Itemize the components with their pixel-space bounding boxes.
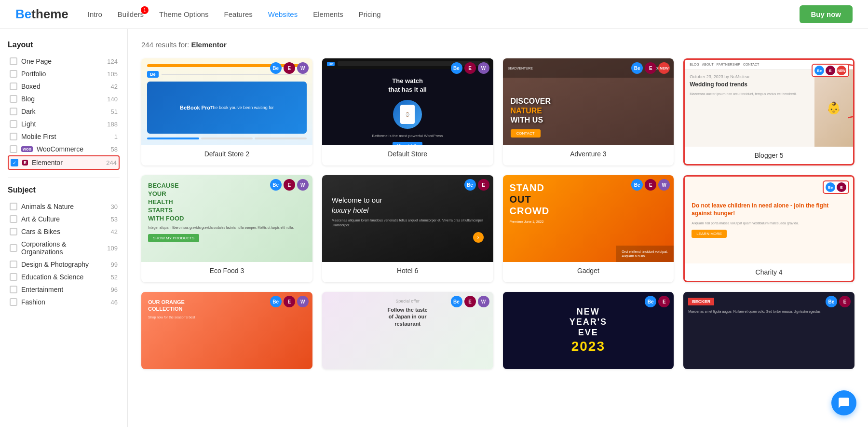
card-title-gadget: Gadget xyxy=(503,262,674,279)
badge-elementor-adventure: E xyxy=(645,62,656,74)
card-title-default-store: Default Store xyxy=(322,145,493,163)
badge-be-blogger5: Be xyxy=(814,66,824,75)
checkbox-blog[interactable] xyxy=(10,95,17,103)
filter-woocommerce[interactable]: woo WooCommerce 58 xyxy=(8,143,120,155)
chat-bubble-button[interactable] xyxy=(831,390,856,415)
card-badges-hotel-6: Be E xyxy=(464,179,489,191)
checkbox-animals-nature[interactable] xyxy=(10,203,17,210)
checkbox-corporations-organizations[interactable] xyxy=(10,244,17,252)
filter-count-mobile-first: 1 xyxy=(114,133,118,140)
checkbox-mobile-first[interactable] xyxy=(10,133,17,140)
results-query: Elementor xyxy=(191,41,226,49)
checkbox-elementor[interactable]: ✓ xyxy=(11,159,18,166)
badge-woo-store: W xyxy=(478,62,489,74)
checkbox-design-photography[interactable] xyxy=(10,261,17,268)
logo-be: Be xyxy=(15,7,31,22)
badge-elementor-row3a: E xyxy=(284,296,295,307)
checkbox-entertainment[interactable] xyxy=(10,286,17,293)
main-content: 244 results for: Elementor Be E W xyxy=(128,29,868,427)
filter-label-light: Light xyxy=(21,120,36,128)
nav-features[interactable]: Features xyxy=(224,10,253,18)
filter-count-education-science: 52 xyxy=(111,274,118,281)
card-title-hotel-6: Hotel 6 xyxy=(322,262,493,279)
badge-be-gadget: Be xyxy=(631,179,643,191)
card-badges-eco-food-3: Be E W xyxy=(270,179,309,191)
nav-websites[interactable]: Websites xyxy=(268,10,298,18)
filter-count-boxed: 42 xyxy=(111,83,118,90)
filter-elementor[interactable]: ✓ E Elementor 244 xyxy=(8,155,120,170)
filter-count-blog: 140 xyxy=(107,96,118,103)
badge-elementor-row3d: E xyxy=(839,296,851,307)
filter-cars-bikes[interactable]: Cars & Bikes 42 xyxy=(8,225,120,238)
card-charity-4[interactable]: Be E Do not leave children in need alone… xyxy=(683,175,854,282)
card-title-eco-food-3: Eco Food 3 xyxy=(141,262,312,279)
checkbox-art-culture[interactable] xyxy=(10,215,17,223)
filter-label-blog: Blog xyxy=(21,95,35,103)
card-eco-food-3[interactable]: Be E W BECAUSEYOURHEALTHSTARTSWITH FOOD … xyxy=(141,175,312,282)
checkbox-portfolio[interactable] xyxy=(10,70,17,78)
card-default-store[interactable]: Be E W Be The watchthat has it all xyxy=(322,58,493,165)
buy-now-button[interactable]: Buy now xyxy=(800,5,853,23)
blogger5-badge-box: Be E NEW xyxy=(812,64,849,77)
card-badges-row3b: Be E W xyxy=(451,296,489,307)
filter-blog[interactable]: Blog 140 xyxy=(8,93,120,105)
filter-label-elementor: Elementor xyxy=(32,159,63,166)
card-hotel-6[interactable]: Be E Welcome to ourluxury hotel Maecenas… xyxy=(322,175,493,282)
filter-count-corporations-organizations: 109 xyxy=(107,245,118,252)
logo[interactable]: Betheme xyxy=(15,7,68,22)
checkbox-light[interactable] xyxy=(10,120,17,128)
badge-new-blogger5: NEW xyxy=(837,66,846,75)
card-gadget[interactable]: Be E W Standoutcrowd Premiere June 1, 20… xyxy=(503,175,674,282)
filter-fashion[interactable]: Fashion 46 xyxy=(8,296,120,308)
card-blogger-5[interactable]: Be E NEW BLOGABOUTPARTNERSHIPCONTACT Oct… xyxy=(683,58,854,165)
filter-art-culture[interactable]: Art & Culture 53 xyxy=(8,213,120,225)
filter-count-one-page: 124 xyxy=(107,58,118,65)
card-grid-row1: Be E W Be BeBook ProThe book you've been… xyxy=(141,58,854,165)
checkbox-woocommerce[interactable] xyxy=(10,145,17,153)
filter-count-cars-bikes: 42 xyxy=(111,228,118,235)
card-grid-row2: Be E W BECAUSEYOURHEALTHSTARTSWITH FOOD … xyxy=(141,175,854,282)
card-title-adventure-3: Adventure 3 xyxy=(503,145,674,163)
filter-boxed[interactable]: Boxed 42 xyxy=(8,80,120,93)
nav-builders[interactable]: Builders 1 xyxy=(118,10,144,18)
badge-be-hotel: Be xyxy=(464,179,476,191)
checkbox-cars-bikes[interactable] xyxy=(10,228,17,235)
filter-count-fashion: 46 xyxy=(111,299,118,306)
filter-portfolio[interactable]: Portfolio 105 xyxy=(8,68,120,80)
card-adventure-3[interactable]: Be E NEW BEADVENTURECONTACT DISCOVERNATU… xyxy=(503,58,674,165)
filter-education-science[interactable]: Education & Science 52 xyxy=(8,271,120,283)
checkbox-dark[interactable] xyxy=(10,108,17,115)
header: Betheme Intro Builders 1 Theme Options F… xyxy=(0,0,868,29)
checkbox-one-page[interactable] xyxy=(10,57,17,65)
card-badges-row3d: Be E xyxy=(826,296,851,307)
nav-theme-options[interactable]: Theme Options xyxy=(159,10,209,18)
filter-light[interactable]: Light 188 xyxy=(8,118,120,130)
nav-intro[interactable]: Intro xyxy=(88,10,102,18)
card-row3a[interactable]: Be E W Our orangeCollection Shop now for… xyxy=(141,292,312,369)
filter-label-design-photography: Design & Photography xyxy=(21,261,89,268)
badge-elementor-row3c: E xyxy=(658,296,670,307)
filter-one-page[interactable]: One Page 124 xyxy=(8,55,120,68)
filter-dark[interactable]: Dark 51 xyxy=(8,105,120,118)
badge-be-charity: Be xyxy=(826,182,835,192)
subject-section-title: Subject xyxy=(8,186,120,194)
nav-elements[interactable]: Elements xyxy=(313,10,343,18)
nav-pricing[interactable]: Pricing xyxy=(359,10,381,18)
card-default-store-2[interactable]: Be E W Be BeBook ProThe book you've been… xyxy=(141,58,312,165)
filter-entertainment[interactable]: Entertainment 96 xyxy=(8,283,120,296)
card-row3b[interactable]: Be E W Special offer Follow the tasteof … xyxy=(322,292,493,369)
filter-label-fashion: Fashion xyxy=(21,298,45,306)
filter-corporations-organizations[interactable]: Corporations & Organizations 109 xyxy=(8,238,120,258)
filter-animals-nature[interactable]: Animals & Nature 30 xyxy=(8,200,120,213)
checkbox-education-science[interactable] xyxy=(10,273,17,281)
filter-label-dark: Dark xyxy=(21,108,36,115)
filter-label-animals-nature: Animals & Nature xyxy=(21,203,74,210)
badge-elementor-row3b: E xyxy=(464,296,476,307)
filter-design-photography[interactable]: Design & Photography 99 xyxy=(8,258,120,271)
card-row3d[interactable]: Be E BECKER Maecenas amet ligula augue. … xyxy=(683,292,854,369)
checkbox-fashion[interactable] xyxy=(10,298,17,306)
card-row3c[interactable]: Be E NEWYEAR'SEVE2023 xyxy=(503,292,674,369)
badge-be-row3c: Be xyxy=(645,296,656,307)
filter-mobile-first[interactable]: Mobile First 1 xyxy=(8,130,120,143)
checkbox-boxed[interactable] xyxy=(10,83,17,90)
